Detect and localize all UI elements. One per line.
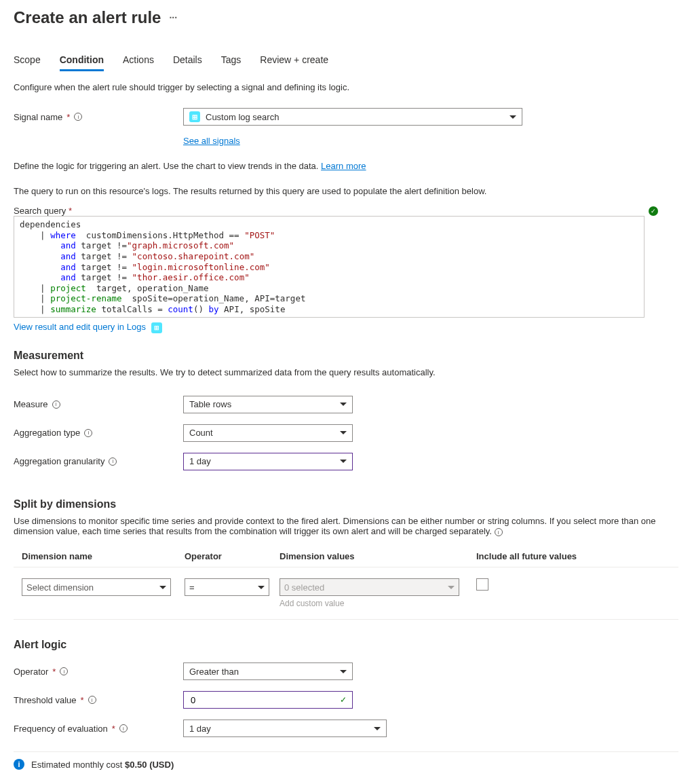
view-result-link[interactable]: View result and edit query in Logs xyxy=(14,322,146,332)
operator-dropdown[interactable]: Greater than xyxy=(183,662,353,680)
dimensions-table: Dimension name Operator Dimension values… xyxy=(14,546,678,620)
dimension-values-dropdown: 0 selected xyxy=(280,578,459,596)
page-title: Create an alert rule ··· xyxy=(14,8,678,27)
logs-icon: ⊞ xyxy=(151,322,162,333)
measure-value: Table rows xyxy=(189,399,231,409)
chevron-down-icon xyxy=(340,431,347,434)
chevron-down-icon xyxy=(159,586,166,589)
wizard-tabs: Scope Condition Actions Details Tags Rev… xyxy=(14,54,678,71)
tab-scope[interactable]: Scope xyxy=(14,54,41,71)
info-icon[interactable]: i xyxy=(60,667,68,675)
measure-label: Measure i xyxy=(14,399,183,409)
split-dimensions-heading: Split by dimensions xyxy=(14,498,678,510)
info-icon[interactable]: i xyxy=(84,429,92,437)
aggregation-granularity-dropdown[interactable]: 1 day xyxy=(183,453,353,470)
aggregation-type-value: Count xyxy=(189,428,213,438)
log-search-icon: ⊞ xyxy=(189,111,200,122)
frequency-dropdown[interactable]: 1 day xyxy=(183,720,387,737)
threshold-value-label: Threshold value * i xyxy=(14,695,183,705)
signal-name-value: Custom log search xyxy=(206,112,279,122)
query-intro: The query to run on this resource's logs… xyxy=(14,186,678,196)
chevron-down-icon xyxy=(510,115,516,119)
cost-label: Estimated monthly cost xyxy=(31,760,125,770)
cost-value: $0.50 (USD) xyxy=(125,760,174,770)
threshold-value-field[interactable] xyxy=(189,694,340,706)
estimated-cost: i Estimated monthly cost $0.50 (USD) xyxy=(14,759,678,770)
dimension-operator-dropdown[interactable]: = xyxy=(185,578,269,596)
tab-condition[interactable]: Condition xyxy=(60,54,104,71)
chevron-down-icon xyxy=(374,727,381,730)
chevron-down-icon xyxy=(448,586,455,589)
threshold-value-input[interactable]: ✓ xyxy=(183,691,353,709)
operator-label: Operator * i xyxy=(14,667,183,677)
col-operator: Operator xyxy=(185,551,280,561)
col-dimension-values: Dimension values xyxy=(280,551,476,561)
tab-actions[interactable]: Actions xyxy=(123,54,154,71)
chevron-down-icon xyxy=(340,403,347,406)
aggregation-granularity-value: 1 day xyxy=(189,456,211,466)
col-dimension-name: Dimension name xyxy=(22,551,185,561)
col-include-future: Include all future values xyxy=(476,551,612,561)
tab-details[interactable]: Details xyxy=(173,54,202,71)
split-dimensions-intro: Use dimensions to monitor specific time … xyxy=(14,516,678,537)
info-icon[interactable]: i xyxy=(495,528,503,536)
valid-check-icon: ✓ xyxy=(340,695,347,705)
operator-value: Greater than xyxy=(189,667,239,677)
info-icon[interactable]: i xyxy=(74,113,82,121)
signal-name-label: Signal name* i xyxy=(14,112,183,122)
frequency-label: Frequency of evaluation * i xyxy=(14,724,183,734)
tab-review-create[interactable]: Review + create xyxy=(260,54,328,71)
signal-name-dropdown[interactable]: ⊞ Custom log search xyxy=(183,108,522,126)
chevron-down-icon xyxy=(340,460,347,463)
frequency-value: 1 day xyxy=(189,724,211,734)
define-logic-text: Define the logic for triggering an alert… xyxy=(14,161,678,171)
chevron-down-icon xyxy=(340,670,347,673)
learn-more-link[interactable]: Learn more xyxy=(321,161,366,171)
page-title-text: Create an alert rule xyxy=(14,8,161,27)
separator xyxy=(14,751,678,752)
info-icon[interactable]: i xyxy=(119,724,128,732)
dimension-name-dropdown[interactable]: Select dimension xyxy=(22,578,171,596)
tab-tags[interactable]: Tags xyxy=(221,54,242,71)
aggregation-type-dropdown[interactable]: Count xyxy=(183,424,353,442)
measurement-heading: Measurement xyxy=(14,350,678,362)
query-valid-icon: ✓ xyxy=(649,206,658,216)
measure-dropdown[interactable]: Table rows xyxy=(183,396,353,413)
aggregation-type-label: Aggregation type i xyxy=(14,428,183,438)
query-editor[interactable]: dependencies | where customDimensions.Ht… xyxy=(14,216,645,318)
include-future-checkbox[interactable] xyxy=(476,578,488,591)
more-actions-icon[interactable]: ··· xyxy=(169,12,177,23)
measurement-intro: Select how to summarize the results. We … xyxy=(14,367,678,377)
see-all-signals-link[interactable]: See all signals xyxy=(183,136,240,146)
search-query-label: Search query * xyxy=(14,206,72,216)
alert-logic-heading: Alert logic xyxy=(14,639,678,651)
info-icon[interactable]: i xyxy=(88,696,96,704)
aggregation-granularity-label: Aggregation granularity i xyxy=(14,456,183,466)
chevron-down-icon xyxy=(258,586,265,589)
add-custom-value: Add custom value xyxy=(280,599,476,608)
info-solid-icon: i xyxy=(14,759,24,770)
info-icon[interactable]: i xyxy=(109,458,117,466)
condition-intro: Configure when the alert rule should tri… xyxy=(14,82,678,92)
dimension-row: Select dimension = 0 selected Add custom… xyxy=(14,567,678,620)
info-icon[interactable]: i xyxy=(52,400,60,409)
